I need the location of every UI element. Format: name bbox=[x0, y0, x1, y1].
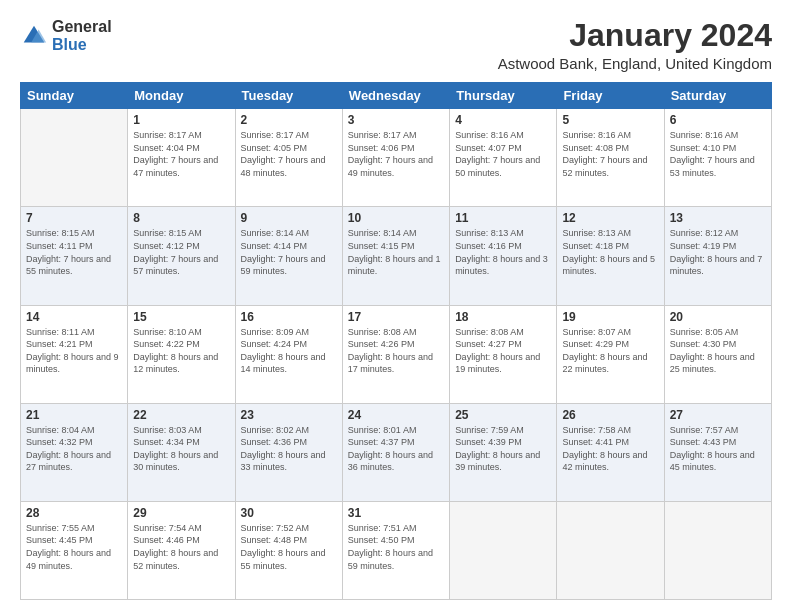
table-cell: 7Sunrise: 8:15 AMSunset: 4:11 PMDaylight… bbox=[21, 207, 128, 305]
day-number: 13 bbox=[670, 211, 766, 225]
day-number: 30 bbox=[241, 506, 337, 520]
col-sunday: Sunday bbox=[21, 83, 128, 109]
day-number: 29 bbox=[133, 506, 229, 520]
table-cell: 23Sunrise: 8:02 AMSunset: 4:36 PMDayligh… bbox=[235, 403, 342, 501]
table-cell: 31Sunrise: 7:51 AMSunset: 4:50 PMDayligh… bbox=[342, 501, 449, 599]
day-number: 2 bbox=[241, 113, 337, 127]
table-cell bbox=[450, 501, 557, 599]
day-info: Sunrise: 8:15 AMSunset: 4:12 PMDaylight:… bbox=[133, 227, 229, 277]
header: General Blue January 2024 Astwood Bank, … bbox=[20, 18, 772, 72]
table-cell: 27Sunrise: 7:57 AMSunset: 4:43 PMDayligh… bbox=[664, 403, 771, 501]
day-number: 22 bbox=[133, 408, 229, 422]
calendar-title: January 2024 bbox=[498, 18, 772, 53]
table-cell: 5Sunrise: 8:16 AMSunset: 4:08 PMDaylight… bbox=[557, 109, 664, 207]
day-info: Sunrise: 8:14 AMSunset: 4:14 PMDaylight:… bbox=[241, 227, 337, 277]
day-number: 3 bbox=[348, 113, 444, 127]
calendar-table: Sunday Monday Tuesday Wednesday Thursday… bbox=[20, 82, 772, 600]
title-block: January 2024 Astwood Bank, England, Unit… bbox=[498, 18, 772, 72]
day-number: 24 bbox=[348, 408, 444, 422]
day-number: 17 bbox=[348, 310, 444, 324]
table-cell: 22Sunrise: 8:03 AMSunset: 4:34 PMDayligh… bbox=[128, 403, 235, 501]
col-wednesday: Wednesday bbox=[342, 83, 449, 109]
table-cell: 1Sunrise: 8:17 AMSunset: 4:04 PMDaylight… bbox=[128, 109, 235, 207]
table-cell: 14Sunrise: 8:11 AMSunset: 4:21 PMDayligh… bbox=[21, 305, 128, 403]
table-row: 21Sunrise: 8:04 AMSunset: 4:32 PMDayligh… bbox=[21, 403, 772, 501]
day-number: 21 bbox=[26, 408, 122, 422]
day-info: Sunrise: 7:51 AMSunset: 4:50 PMDaylight:… bbox=[348, 522, 444, 572]
table-cell: 16Sunrise: 8:09 AMSunset: 4:24 PMDayligh… bbox=[235, 305, 342, 403]
table-cell: 21Sunrise: 8:04 AMSunset: 4:32 PMDayligh… bbox=[21, 403, 128, 501]
day-number: 28 bbox=[26, 506, 122, 520]
table-cell: 4Sunrise: 8:16 AMSunset: 4:07 PMDaylight… bbox=[450, 109, 557, 207]
table-cell: 26Sunrise: 7:58 AMSunset: 4:41 PMDayligh… bbox=[557, 403, 664, 501]
table-cell bbox=[21, 109, 128, 207]
table-cell: 20Sunrise: 8:05 AMSunset: 4:30 PMDayligh… bbox=[664, 305, 771, 403]
day-number: 12 bbox=[562, 211, 658, 225]
day-info: Sunrise: 7:55 AMSunset: 4:45 PMDaylight:… bbox=[26, 522, 122, 572]
day-number: 26 bbox=[562, 408, 658, 422]
day-number: 31 bbox=[348, 506, 444, 520]
day-number: 15 bbox=[133, 310, 229, 324]
day-info: Sunrise: 8:13 AMSunset: 4:18 PMDaylight:… bbox=[562, 227, 658, 277]
day-info: Sunrise: 8:12 AMSunset: 4:19 PMDaylight:… bbox=[670, 227, 766, 277]
calendar-subtitle: Astwood Bank, England, United Kingdom bbox=[498, 55, 772, 72]
day-number: 18 bbox=[455, 310, 551, 324]
day-info: Sunrise: 8:05 AMSunset: 4:30 PMDaylight:… bbox=[670, 326, 766, 376]
day-info: Sunrise: 8:16 AMSunset: 4:10 PMDaylight:… bbox=[670, 129, 766, 179]
table-cell: 25Sunrise: 7:59 AMSunset: 4:39 PMDayligh… bbox=[450, 403, 557, 501]
day-info: Sunrise: 8:01 AMSunset: 4:37 PMDaylight:… bbox=[348, 424, 444, 474]
table-cell: 18Sunrise: 8:08 AMSunset: 4:27 PMDayligh… bbox=[450, 305, 557, 403]
day-number: 8 bbox=[133, 211, 229, 225]
day-number: 14 bbox=[26, 310, 122, 324]
day-info: Sunrise: 8:04 AMSunset: 4:32 PMDaylight:… bbox=[26, 424, 122, 474]
table-cell: 9Sunrise: 8:14 AMSunset: 4:14 PMDaylight… bbox=[235, 207, 342, 305]
day-info: Sunrise: 7:59 AMSunset: 4:39 PMDaylight:… bbox=[455, 424, 551, 474]
day-number: 19 bbox=[562, 310, 658, 324]
table-cell bbox=[557, 501, 664, 599]
logo-blue: Blue bbox=[52, 36, 112, 54]
day-info: Sunrise: 8:14 AMSunset: 4:15 PMDaylight:… bbox=[348, 227, 444, 277]
day-number: 27 bbox=[670, 408, 766, 422]
day-info: Sunrise: 8:02 AMSunset: 4:36 PMDaylight:… bbox=[241, 424, 337, 474]
day-number: 6 bbox=[670, 113, 766, 127]
day-info: Sunrise: 8:09 AMSunset: 4:24 PMDaylight:… bbox=[241, 326, 337, 376]
day-info: Sunrise: 8:08 AMSunset: 4:26 PMDaylight:… bbox=[348, 326, 444, 376]
day-info: Sunrise: 8:08 AMSunset: 4:27 PMDaylight:… bbox=[455, 326, 551, 376]
day-info: Sunrise: 8:16 AMSunset: 4:07 PMDaylight:… bbox=[455, 129, 551, 179]
day-number: 7 bbox=[26, 211, 122, 225]
table-cell: 11Sunrise: 8:13 AMSunset: 4:16 PMDayligh… bbox=[450, 207, 557, 305]
table-cell: 29Sunrise: 7:54 AMSunset: 4:46 PMDayligh… bbox=[128, 501, 235, 599]
table-cell: 10Sunrise: 8:14 AMSunset: 4:15 PMDayligh… bbox=[342, 207, 449, 305]
logo-text: General Blue bbox=[52, 18, 112, 53]
day-number: 9 bbox=[241, 211, 337, 225]
table-cell: 6Sunrise: 8:16 AMSunset: 4:10 PMDaylight… bbox=[664, 109, 771, 207]
day-info: Sunrise: 7:52 AMSunset: 4:48 PMDaylight:… bbox=[241, 522, 337, 572]
table-cell: 30Sunrise: 7:52 AMSunset: 4:48 PMDayligh… bbox=[235, 501, 342, 599]
table-row: 14Sunrise: 8:11 AMSunset: 4:21 PMDayligh… bbox=[21, 305, 772, 403]
col-thursday: Thursday bbox=[450, 83, 557, 109]
table-cell: 13Sunrise: 8:12 AMSunset: 4:19 PMDayligh… bbox=[664, 207, 771, 305]
table-cell: 3Sunrise: 8:17 AMSunset: 4:06 PMDaylight… bbox=[342, 109, 449, 207]
day-number: 1 bbox=[133, 113, 229, 127]
col-friday: Friday bbox=[557, 83, 664, 109]
day-info: Sunrise: 7:57 AMSunset: 4:43 PMDaylight:… bbox=[670, 424, 766, 474]
day-number: 11 bbox=[455, 211, 551, 225]
col-saturday: Saturday bbox=[664, 83, 771, 109]
table-cell: 8Sunrise: 8:15 AMSunset: 4:12 PMDaylight… bbox=[128, 207, 235, 305]
page: General Blue January 2024 Astwood Bank, … bbox=[0, 0, 792, 612]
table-row: 1Sunrise: 8:17 AMSunset: 4:04 PMDaylight… bbox=[21, 109, 772, 207]
header-row: Sunday Monday Tuesday Wednesday Thursday… bbox=[21, 83, 772, 109]
day-info: Sunrise: 8:07 AMSunset: 4:29 PMDaylight:… bbox=[562, 326, 658, 376]
table-row: 7Sunrise: 8:15 AMSunset: 4:11 PMDaylight… bbox=[21, 207, 772, 305]
table-cell: 24Sunrise: 8:01 AMSunset: 4:37 PMDayligh… bbox=[342, 403, 449, 501]
day-number: 4 bbox=[455, 113, 551, 127]
col-monday: Monday bbox=[128, 83, 235, 109]
day-number: 5 bbox=[562, 113, 658, 127]
day-info: Sunrise: 8:10 AMSunset: 4:22 PMDaylight:… bbox=[133, 326, 229, 376]
day-info: Sunrise: 8:17 AMSunset: 4:06 PMDaylight:… bbox=[348, 129, 444, 179]
day-info: Sunrise: 8:16 AMSunset: 4:08 PMDaylight:… bbox=[562, 129, 658, 179]
day-info: Sunrise: 8:17 AMSunset: 4:05 PMDaylight:… bbox=[241, 129, 337, 179]
table-cell: 19Sunrise: 8:07 AMSunset: 4:29 PMDayligh… bbox=[557, 305, 664, 403]
table-cell: 15Sunrise: 8:10 AMSunset: 4:22 PMDayligh… bbox=[128, 305, 235, 403]
day-number: 10 bbox=[348, 211, 444, 225]
